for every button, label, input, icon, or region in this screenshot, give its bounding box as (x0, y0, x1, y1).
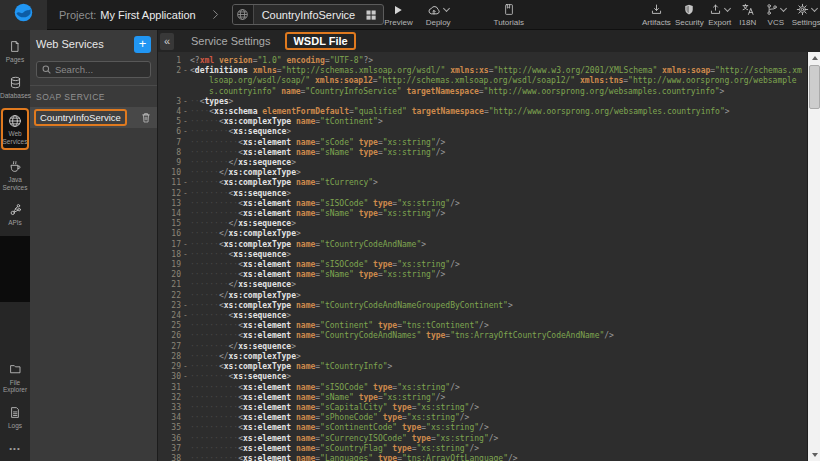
search-box[interactable] (36, 61, 151, 78)
artifacts-button[interactable]: Artifacts (642, 3, 671, 27)
fold-marker-icon[interactable]: - (181, 372, 190, 382)
i18n-button[interactable]: I18N (736, 3, 760, 27)
toolbar-left-group: PreviewDeployTutorials (384, 3, 524, 27)
code-line: 38··········<xs:element name="Languages"… (162, 454, 805, 461)
code-line: 20··········<xs:element name="sName" typ… (162, 270, 805, 280)
line-number: 30 (162, 372, 181, 382)
tab-service-settings[interactable]: Service Settings (191, 35, 270, 47)
sidebar-item-file-explorer[interactable]: File Explorer (0, 360, 30, 396)
code-line: 37··········<xs:element name="sCountryFl… (162, 444, 805, 454)
service-name[interactable]: CountryInfoService (34, 109, 127, 126)
code-line: 8··········<xs:element name="sName" type… (162, 148, 805, 158)
code-text: ··········<xs:element name="sName" type=… (190, 393, 805, 403)
open-service-tab-label: CountryInfoService (254, 5, 364, 24)
toolbar-button-label: Tutorials (494, 18, 524, 27)
app-window: Project: My First Application CountryInf… (0, 0, 820, 461)
code-line: 22······</xs:complexType> (162, 291, 805, 301)
panel-title: Web Services (36, 38, 134, 50)
fold-gutter (181, 270, 190, 280)
fold-marker-icon[interactable]: - (181, 301, 190, 311)
vertical-scrollbar[interactable] (807, 52, 820, 461)
service-tab-bar: « Service Settings WSDL File (158, 30, 820, 52)
fold-marker-icon[interactable]: - (181, 250, 190, 260)
fold-gutter (181, 138, 190, 148)
code-text: ··········<xs:element name="sContinentCo… (190, 423, 805, 433)
security-button[interactable]: Security (675, 3, 704, 27)
fold-marker-icon[interactable]: - (181, 311, 190, 321)
fold-marker-icon[interactable]: - (181, 107, 190, 117)
fold-gutter (181, 168, 190, 178)
code-line: 29-······<xs:complexType name="tCountryI… (162, 362, 805, 372)
sidebar-item-pages[interactable]: Pages (0, 37, 30, 66)
code-text: ··········<xs:element name="sName" type=… (190, 148, 805, 158)
download-icon (650, 3, 663, 17)
settings-button[interactable]: Settings (792, 3, 820, 27)
code-text: ······</xs:complexType> (190, 168, 805, 178)
add-service-button[interactable]: + (134, 36, 151, 53)
open-service-tab[interactable]: CountryInfoService (232, 4, 385, 25)
preview-button[interactable]: Preview (384, 3, 412, 27)
scroll-down-button[interactable] (808, 449, 820, 461)
vcs-button[interactable]: VCS (764, 3, 788, 27)
tutorials-button[interactable]: Tutorials (494, 3, 524, 27)
grid-icon[interactable] (363, 5, 383, 24)
trash-icon[interactable] (140, 111, 152, 124)
code-text: ······<xs:complexType name="tCountryCode… (190, 240, 805, 250)
fold-gutter (181, 219, 190, 229)
gear-icon (796, 3, 817, 17)
sidebar-item-label: Logs (0, 422, 30, 430)
line-number: 13 (162, 199, 181, 209)
fold-gutter (181, 454, 190, 461)
scrollbar-thumb[interactable] (809, 65, 820, 109)
service-list-item[interactable]: CountryInfoService (30, 107, 157, 128)
sidebar-item-apis[interactable]: APIs (0, 200, 30, 229)
code-text: ··········<xs:element name="sISOCode" ty… (190, 383, 805, 393)
branch-icon (766, 3, 786, 17)
fold-marker-icon[interactable]: - (181, 117, 190, 127)
fold-marker-icon[interactable]: - (181, 240, 190, 250)
caret-down-icon (443, 4, 450, 11)
fold-marker-icon[interactable]: - (181, 178, 190, 188)
wsdl-code-editor[interactable]: 1<?xml version="1.0" encoding="UTF-8"?>2… (158, 52, 820, 461)
folder-icon (9, 362, 22, 377)
sidebar-item-logs[interactable]: Logs (0, 403, 30, 432)
code-text: ········<xs:sequence> (190, 250, 805, 260)
fold-marker-icon[interactable]: - (181, 189, 190, 199)
upload-icon (709, 3, 730, 17)
fold-marker-icon[interactable]: - (181, 97, 190, 107)
line-number: 34 (162, 413, 181, 423)
tab-wsdl-file[interactable]: WSDL File (285, 32, 355, 50)
sidebar-item-web-services[interactable]: Web Services (1, 108, 29, 150)
fold-marker-icon[interactable]: - (181, 362, 190, 372)
sidebar-item-java-services[interactable]: Java Services (0, 157, 30, 193)
code-line: 14··········<xs:element name="sName" typ… (162, 209, 805, 219)
code-text: <?xml version="1.0" encoding="UTF-8"?> (190, 56, 805, 66)
section-label: SOAP SERVICE (30, 85, 157, 107)
fold-marker-icon[interactable]: - (181, 66, 190, 97)
search-input[interactable] (55, 64, 146, 75)
rail-bottom-group: File ExplorerLogs (0, 360, 30, 439)
scroll-up-button[interactable] (808, 52, 820, 64)
code-line: 23-······<xs:complexType name="tCountryC… (162, 301, 805, 311)
line-number: 3 (162, 97, 181, 107)
collapse-panel-button[interactable]: « (160, 33, 174, 50)
app-logo[interactable] (0, 0, 47, 30)
deploy-button[interactable]: Deploy (426, 3, 451, 27)
fold-gutter (181, 423, 190, 433)
line-number: 19 (162, 260, 181, 270)
code-area[interactable]: 1<?xml version="1.0" encoding="UTF-8"?>2… (158, 52, 807, 461)
code-text: ······<xs:complexType name="tContinent"> (190, 117, 805, 127)
code-line: 21········</xs:sequence> (162, 280, 805, 290)
sidebar-item-databases[interactable]: Databases (0, 73, 30, 102)
line-number: 16 (162, 229, 181, 239)
more-button[interactable]: ••• (0, 438, 30, 461)
fold-gutter (181, 393, 190, 403)
export-button[interactable]: Export (708, 3, 732, 27)
line-number: 15 (162, 219, 181, 229)
line-number: 23 (162, 301, 181, 311)
fold-gutter (181, 56, 190, 66)
line-number: 10 (162, 168, 181, 178)
line-number: 4 (162, 107, 181, 117)
project-name[interactable]: My First Application (100, 9, 195, 21)
fold-marker-icon[interactable]: - (181, 127, 190, 137)
